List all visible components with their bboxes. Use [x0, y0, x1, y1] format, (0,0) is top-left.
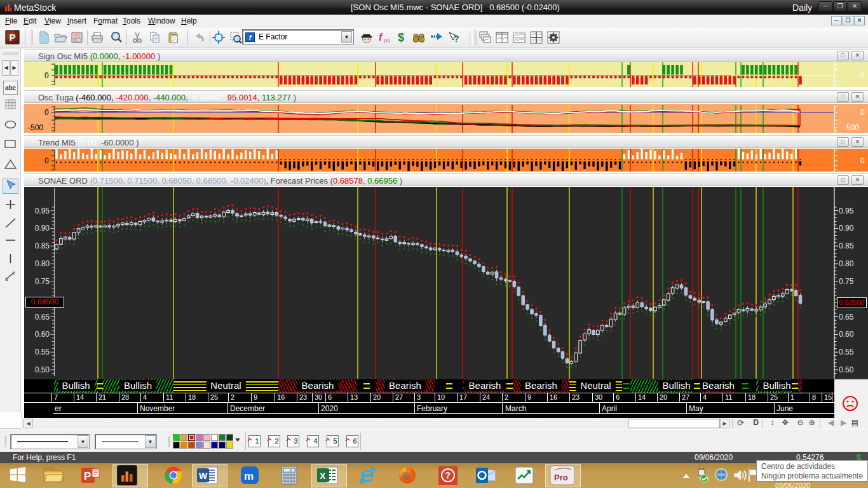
svg-text:m: m	[244, 470, 254, 482]
svg-text:P: P	[84, 470, 91, 482]
svg-text:W: W	[199, 471, 208, 481]
svg-text:Pro: Pro	[554, 473, 568, 482]
svg-text:X: X	[320, 471, 326, 481]
svg-text:?: ?	[445, 470, 451, 480]
svg-text:0: 0	[290, 468, 292, 472]
